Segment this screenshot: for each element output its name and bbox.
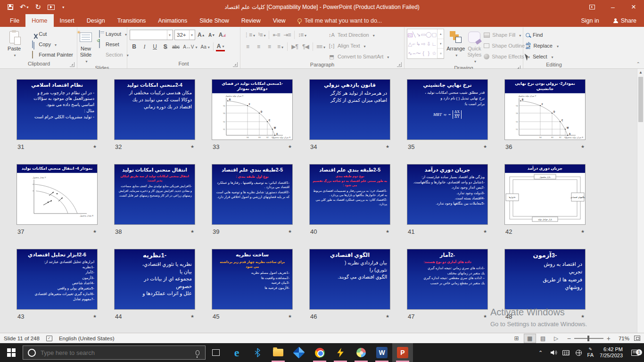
tray-chevron-icon[interactable]: ⌃ (537, 350, 545, 356)
animation-star-icon[interactable]: ★ (386, 229, 389, 234)
columns-button[interactable]: ≡≡ (315, 42, 326, 51)
rtl-text-direction-button[interactable]: ¶◀ (301, 42, 310, 51)
scroll-up-icon[interactable]: ▲ (637, 69, 644, 76)
save-button[interactable] (8, 4, 13, 10)
italic-button[interactable]: I (140, 42, 149, 51)
tab-transitions[interactable]: Transitions (111, 14, 152, 27)
redo-button[interactable]: ↻ (35, 3, 41, 11)
slide-sorter-view-icon[interactable]: ▦ (524, 334, 536, 343)
reading-view-icon[interactable]: ▤ (537, 334, 549, 343)
search-input[interactable] (41, 349, 191, 356)
decrease-indent-button[interactable]: ⇤≡ (272, 30, 281, 40)
paragraph-dialog-launcher[interactable] (397, 62, 402, 67)
customize-qat-button[interactable]: ▾ (61, 5, 64, 9)
justify-button[interactable]: ≡ (275, 42, 285, 51)
clear-formatting-button[interactable]: A◢ (218, 30, 227, 40)
align-right-button[interactable]: ≡ (264, 42, 274, 51)
language-indicator[interactable]: English (United States) (59, 336, 115, 341)
font-name-combo[interactable]: ▾ (130, 30, 173, 40)
align-text-button[interactable]: [↕]Align Text (328, 41, 389, 50)
ribbon-display-options-button[interactable] (582, 0, 603, 14)
curve-shape-icon[interactable]: 〜 (416, 50, 421, 57)
file-explorer-taskbar-button[interactable] (268, 343, 289, 362)
lightning-app-taskbar-button[interactable] (330, 343, 351, 362)
start-button[interactable] (0, 343, 23, 362)
close-button[interactable]: × (623, 0, 644, 14)
tab-file[interactable]: File (4, 14, 25, 27)
find-button[interactable]: Find (526, 30, 559, 40)
animation-star-icon[interactable]: ★ (93, 144, 97, 149)
word-taskbar-button[interactable]: W (372, 343, 392, 362)
rectangle-shape-icon[interactable]: ▭ (421, 32, 426, 38)
microphone-icon[interactable] (196, 350, 199, 355)
undo-button[interactable]: ↶▾ (20, 3, 29, 11)
strikethrough-button[interactable]: abc (171, 42, 181, 51)
task-view-taskbar-button[interactable] (206, 343, 226, 362)
replace-button[interactable]: abacReplace (526, 41, 559, 50)
slide-counter[interactable]: Slide 11 of 248 (4, 336, 40, 341)
animation-star-icon[interactable]: ★ (483, 229, 487, 234)
undo-dropdown-icon[interactable]: ▾ (27, 5, 29, 9)
slide-thumbnail-46[interactable]: الگوي اقتصاديبيان قراردادي نظريه (تئوري)… (309, 249, 390, 310)
slide-thumbnail-40[interactable]: 2-5طبقه بندي علم اقتصادنوع دوم طبقه بندي… (309, 164, 390, 225)
bluetooth-taskbar-button[interactable] (247, 343, 268, 362)
elbow-connector-shape-icon[interactable]: ⌐ (413, 41, 415, 47)
tell-me-box[interactable]: Tell me what you want to do... (292, 14, 388, 27)
shapes-gallery-scrollbar[interactable]: ▴▾≡ (437, 29, 444, 58)
rounded-rectangle-shape-icon[interactable]: ▢ (432, 32, 437, 38)
fit-slide-to-window-icon[interactable] (634, 336, 640, 341)
align-left-button[interactable]: ≡ (243, 42, 252, 51)
copy-button[interactable]: Copy (27, 39, 74, 49)
animation-star-icon[interactable]: ★ (483, 144, 487, 149)
text-shadow-button[interactable]: S (161, 42, 170, 51)
slide-thumbnail-38[interactable]: انتقال منحني امكانات توليدانتقال منحني ا… (114, 164, 195, 225)
language-tray-indicator[interactable]: ✎ FA (587, 347, 594, 358)
slideshow-view-icon[interactable]: ▷ (550, 334, 562, 343)
slide-thumbnail-37[interactable]: نمودار 4- انتقال منحني امكانات توليدمقدا… (17, 164, 98, 225)
animation-star-icon[interactable]: ★ (190, 229, 194, 234)
change-case-button[interactable]: Aa (199, 42, 210, 51)
format-painter-button[interactable]: Format Painter (27, 49, 74, 60)
arrow-shape-icon[interactable]: ↘ (416, 32, 421, 38)
zoom-out-button[interactable]: − (567, 336, 571, 341)
slide-thumbnail-39[interactable]: 2-5طبقه بندي علم اقتصادنوع اول طبقه بندي… (212, 164, 293, 225)
grow-font-button[interactable]: A▲ (197, 30, 206, 40)
font-dialog-launcher[interactable] (233, 62, 238, 67)
paint-app-taskbar-button[interactable] (351, 343, 372, 362)
zoom-level[interactable]: 71% (615, 336, 629, 341)
animation-star-icon[interactable]: ★ (288, 144, 292, 149)
down-arrow-shape-icon[interactable]: ⇩ (427, 41, 431, 47)
triangle-shape-icon[interactable]: △ (408, 41, 412, 47)
touch-keyboard-icon[interactable] (562, 350, 570, 355)
slide-thumbnail-43[interactable]: 2-6ابزار تحليل اقتصاديابزارهاي تحليل اقت… (17, 249, 98, 310)
quick-styles-button[interactable]: Quick Styles (467, 29, 481, 65)
shrink-font-button[interactable]: A▼ (207, 30, 216, 40)
bullets-button[interactable]: ⋮≡ (243, 30, 256, 40)
start-from-beginning-button[interactable] (48, 5, 55, 10)
elbow-arrow-shape-icon[interactable]: ↳ (416, 41, 421, 47)
reset-button[interactable]: Reset (94, 39, 130, 49)
slide-thumbnail-47[interactable]: -2آمارداده هاي آماري دو نوع هستند:-1داده… (407, 249, 488, 310)
line-shape-icon[interactable]: ╲ (413, 32, 416, 38)
animation-star-icon[interactable]: ★ (288, 229, 292, 234)
sign-in-button[interactable]: Sign in (574, 14, 605, 27)
tab-animations[interactable]: Animations (152, 14, 193, 27)
collapse-ribbon-button[interactable]: ⌃ (636, 61, 640, 66)
chrome-taskbar-button[interactable] (309, 343, 330, 362)
photos-taskbar-button[interactable] (289, 343, 309, 362)
align-center-button[interactable]: ≡ (254, 42, 263, 51)
zoom-in-button[interactable]: + (607, 336, 611, 341)
animation-star-icon[interactable]: ★ (581, 144, 585, 149)
arc-shape-icon[interactable]: ⌢ (413, 50, 416, 57)
layout-button[interactable]: Layout (94, 29, 130, 39)
left-brace-shape-icon[interactable]: { (422, 50, 424, 56)
corner-shape-icon[interactable]: ∟ (431, 41, 437, 47)
cut-button[interactable]: Cut (27, 29, 74, 39)
ltr-text-direction-button[interactable]: ▶¶ (290, 42, 299, 51)
arrange-button[interactable]: Arrange (446, 29, 465, 58)
animation-star-icon[interactable]: ★ (581, 314, 585, 319)
volume-icon[interactable] (549, 349, 558, 356)
tab-design[interactable]: Design (81, 14, 111, 27)
underline-button[interactable]: U (150, 42, 159, 51)
slide-thumbnail-35[interactable]: نرخ نهايي جانشينيقدر مطلق شيب منحني امكا… (407, 79, 488, 140)
